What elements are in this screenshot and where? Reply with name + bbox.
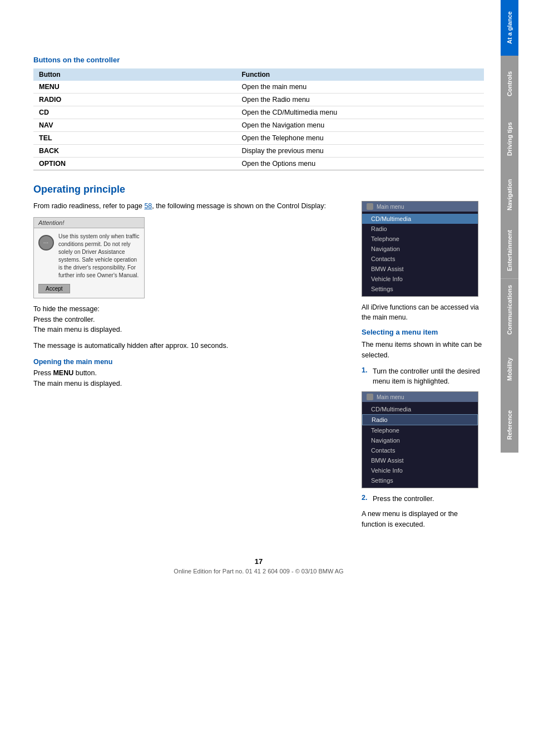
table-cell-button: BACK: [33, 145, 236, 158]
table-cell-button: OPTION: [33, 158, 236, 170]
attention-text: Use this system only when traffic condit…: [58, 233, 140, 279]
table-cell-function: Open the Options menu: [236, 158, 484, 170]
menu-list-item[interactable]: Navigation: [362, 244, 478, 254]
menu-list-item[interactable]: Navigation: [362, 435, 478, 445]
page-footer: 17 Online Edition for Part no. 01 41 2 6…: [33, 557, 484, 586]
table-cell-button: RADIO: [33, 94, 236, 106]
menu-list-item[interactable]: Settings: [362, 284, 478, 294]
main-menu-screenshot-1: Main menu CD/MultimediaRadioTelephoneNav…: [362, 201, 478, 297]
step-1-number: 1.: [362, 366, 369, 387]
operating-principle-section: Operating principle From radio readiness…: [33, 184, 484, 535]
menu-list-item[interactable]: Vehicle Info: [362, 274, 478, 284]
menu-list-item[interactable]: Radio: [362, 224, 478, 234]
table-cell-function: Open the Telephone menu: [236, 132, 484, 145]
menu-list-item[interactable]: Telephone: [362, 234, 478, 244]
attention-header: Attention!: [34, 218, 144, 228]
buttons-section-title: Buttons on the controller: [33, 56, 484, 64]
table-cell-function: Open the main menu: [236, 81, 484, 94]
intro-text: From radio readiness, refer to page 58, …: [33, 201, 350, 212]
menu-icon-1: [367, 203, 373, 210]
menu-items-list-1: CD/MultimediaRadioTelephoneNavigationCon…: [362, 212, 478, 296]
table-header-function: Function: [236, 68, 484, 81]
right-column: Main menu CD/MultimediaRadioTelephoneNav…: [362, 201, 484, 535]
sidebar-tab-reference[interactable]: Reference: [501, 397, 518, 453]
menu-icon-2: [367, 394, 373, 400]
table-cell-button: TEL: [33, 132, 236, 145]
menu-list-item[interactable]: BMW Assist: [362, 455, 478, 465]
menu-list-item[interactable]: Settings: [362, 475, 478, 485]
menu-list-item[interactable]: BMW Assist: [362, 264, 478, 274]
hide-message-text: To hide the message: Press the controlle…: [33, 304, 350, 335]
all-idrive-text: All iDrive functions can be accessed via…: [362, 302, 484, 322]
menu-list-item[interactable]: Contacts: [362, 445, 478, 455]
menu-list-item[interactable]: CD/Multimedia: [362, 404, 478, 414]
step-2-number: 2.: [362, 494, 369, 504]
main-menu-screenshot-2: Main menu CD/MultimediaRadioTelephoneNav…: [362, 391, 478, 488]
step-1-text: Turn the controller until the desired me…: [373, 366, 484, 387]
top-spacer: [33, 11, 484, 45]
menu-list-item[interactable]: Vehicle Info: [362, 465, 478, 475]
accept-button[interactable]: Accept: [38, 284, 70, 293]
operating-principle-title: Operating principle: [33, 184, 484, 195]
table-header-button: Button: [33, 68, 236, 81]
step-2: 2. Press the controller.: [362, 494, 484, 504]
new-menu-text: A new menu is displayed or the function …: [362, 509, 484, 530]
buttons-section: Buttons on the controller Button Functio…: [33, 56, 484, 170]
selecting-intro-text: The menu items shown in white can be sel…: [362, 340, 484, 361]
open-main-menu-text: Press MENU button. The main menu is disp…: [33, 368, 350, 389]
right-sidebar: At a glance Controls Driving tips Naviga…: [501, 0, 518, 756]
menu-list-item[interactable]: CD/Multimedia: [362, 214, 478, 224]
footer-text: Online Edition for Part no. 01 41 2 604 …: [33, 568, 484, 575]
table-cell-button: CD: [33, 106, 236, 119]
page-link[interactable]: 58: [144, 202, 152, 210]
selecting-menu-item-title: Selecting a menu item: [362, 328, 484, 336]
attention-content: Use this system only when traffic condit…: [34, 228, 144, 284]
menu-list-item[interactable]: Contacts: [362, 254, 478, 264]
step-1: 1. Turn the controller until the desired…: [362, 366, 484, 387]
menu-list-item[interactable]: Radio: [362, 414, 478, 425]
two-col-layout: From radio readiness, refer to page 58, …: [33, 201, 484, 535]
table-cell-function: Open the Radio menu: [236, 94, 484, 106]
step-2-text: Press the controller.: [373, 494, 434, 504]
page-number: 17: [33, 557, 484, 566]
left-column: From radio readiness, refer to page 58, …: [33, 201, 350, 535]
menu-title-bar-2: Main menu: [362, 392, 478, 402]
menu-bold-label: MENU: [53, 369, 73, 377]
sidebar-tab-entertainment[interactable]: Entertainment: [501, 223, 518, 278]
controller-table: Button Function MENUOpen the main menuRA…: [33, 68, 484, 170]
table-cell-function: Open the Navigation menu: [236, 119, 484, 132]
menu-title-label-1: Main menu: [377, 204, 404, 210]
table-cell-button: MENU: [33, 81, 236, 94]
auto-hide-text: The message is automatically hidden afte…: [33, 341, 350, 351]
sidebar-tab-controls[interactable]: Controls: [501, 56, 518, 111]
controller-knob-icon: [38, 235, 54, 251]
sidebar-tab-at-a-glance[interactable]: At a glance: [501, 0, 518, 56]
table-cell-function: Display the previous menu: [236, 145, 484, 158]
open-main-menu-title: Opening the main menu: [33, 358, 350, 366]
table-cell-function: Open the CD/Multimedia menu: [236, 106, 484, 119]
menu-list-item[interactable]: Telephone: [362, 425, 478, 435]
sidebar-tab-navigation[interactable]: Navigation: [501, 167, 518, 223]
table-cell-button: NAV: [33, 119, 236, 132]
sidebar-tab-communications[interactable]: Communications: [501, 278, 518, 341]
attention-box: Attention! Use this system only when tra…: [33, 217, 145, 298]
sidebar-tab-driving-tips[interactable]: Driving tips: [501, 111, 518, 167]
menu-title-label-2: Main menu: [377, 394, 404, 400]
sidebar-tab-mobility[interactable]: Mobility: [501, 341, 518, 397]
menu-items-list-2: CD/MultimediaRadioTelephoneNavigationCon…: [362, 402, 478, 488]
menu-title-bar-1: Main menu: [362, 202, 478, 212]
